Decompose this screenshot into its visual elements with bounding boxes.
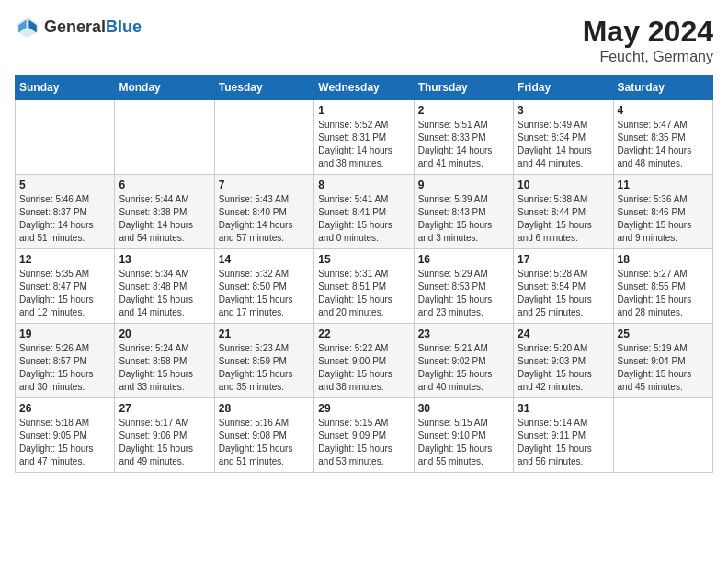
calendar-cell: 20Sunrise: 5:24 AM Sunset: 8:58 PM Dayli… — [115, 324, 214, 398]
weekday-header-wednesday: Wednesday — [314, 75, 414, 100]
calendar-week-4: 19Sunrise: 5:26 AM Sunset: 8:57 PM Dayli… — [16, 324, 713, 398]
day-info: Sunrise: 5:52 AM Sunset: 8:31 PM Dayligh… — [318, 119, 409, 170]
calendar-cell: 23Sunrise: 5:21 AM Sunset: 9:02 PM Dayli… — [414, 324, 513, 398]
day-number: 20 — [119, 327, 210, 340]
day-info: Sunrise: 5:24 AM Sunset: 8:58 PM Dayligh… — [119, 342, 210, 394]
calendar-cell — [214, 100, 313, 175]
calendar-cell: 27Sunrise: 5:17 AM Sunset: 9:06 PM Dayli… — [115, 398, 214, 473]
day-info: Sunrise: 5:22 AM Sunset: 9:00 PM Dayligh… — [318, 342, 409, 394]
logo: GeneralBlue — [15, 15, 142, 40]
day-info: Sunrise: 5:36 AM Sunset: 8:46 PM Dayligh… — [618, 193, 709, 245]
calendar-location: Feucht, Germany — [583, 49, 713, 65]
calendar-cell: 31Sunrise: 5:14 AM Sunset: 9:11 PM Dayli… — [514, 398, 613, 473]
calendar-cell: 22Sunrise: 5:22 AM Sunset: 9:00 PM Dayli… — [314, 324, 414, 398]
day-info: Sunrise: 5:20 AM Sunset: 9:03 PM Dayligh… — [518, 342, 609, 394]
day-number: 1 — [318, 104, 409, 117]
day-number: 7 — [219, 178, 310, 191]
calendar-cell: 28Sunrise: 5:16 AM Sunset: 9:08 PM Dayli… — [214, 398, 313, 473]
day-number: 13 — [119, 253, 210, 266]
day-info: Sunrise: 5:41 AM Sunset: 8:41 PM Dayligh… — [318, 193, 409, 245]
day-number: 5 — [19, 178, 110, 191]
calendar-cell: 13Sunrise: 5:34 AM Sunset: 8:48 PM Dayli… — [115, 249, 214, 324]
day-number: 14 — [219, 253, 310, 266]
day-info: Sunrise: 5:28 AM Sunset: 8:54 PM Dayligh… — [518, 268, 609, 319]
day-number: 16 — [418, 253, 509, 266]
day-number: 30 — [418, 402, 509, 415]
day-number: 19 — [19, 327, 110, 340]
day-number: 8 — [318, 178, 409, 191]
calendar-cell: 12Sunrise: 5:35 AM Sunset: 8:47 PM Dayli… — [16, 249, 115, 324]
day-info: Sunrise: 5:17 AM Sunset: 9:06 PM Dayligh… — [119, 417, 210, 468]
weekday-header-row: SundayMondayTuesdayWednesdayThursdayFrid… — [16, 75, 713, 100]
day-info: Sunrise: 5:21 AM Sunset: 9:02 PM Dayligh… — [418, 342, 509, 394]
day-info: Sunrise: 5:51 AM Sunset: 8:33 PM Dayligh… — [418, 119, 509, 170]
calendar-cell: 4Sunrise: 5:47 AM Sunset: 8:35 PM Daylig… — [613, 100, 712, 175]
calendar-week-3: 12Sunrise: 5:35 AM Sunset: 8:47 PM Dayli… — [16, 249, 713, 324]
day-number: 18 — [618, 253, 709, 266]
calendar-week-1: 1Sunrise: 5:52 AM Sunset: 8:31 PM Daylig… — [16, 100, 713, 175]
day-number: 29 — [318, 402, 409, 415]
day-info: Sunrise: 5:14 AM Sunset: 9:11 PM Dayligh… — [518, 417, 609, 468]
day-info: Sunrise: 5:47 AM Sunset: 8:35 PM Dayligh… — [618, 119, 709, 170]
calendar-cell: 10Sunrise: 5:38 AM Sunset: 8:44 PM Dayli… — [514, 175, 613, 249]
weekday-header-saturday: Saturday — [613, 75, 712, 100]
calendar-table: SundayMondayTuesdayWednesdayThursdayFrid… — [15, 75, 713, 473]
calendar-cell: 2Sunrise: 5:51 AM Sunset: 8:33 PM Daylig… — [414, 100, 513, 175]
day-number: 17 — [518, 253, 609, 266]
calendar-cell — [115, 100, 214, 175]
page-header: GeneralBlue May 2024 Feucht, Germany — [15, 15, 713, 65]
calendar-cell: 11Sunrise: 5:36 AM Sunset: 8:46 PM Dayli… — [613, 175, 712, 249]
calendar-cell: 17Sunrise: 5:28 AM Sunset: 8:54 PM Dayli… — [514, 249, 613, 324]
day-info: Sunrise: 5:39 AM Sunset: 8:43 PM Dayligh… — [418, 193, 509, 245]
day-info: Sunrise: 5:15 AM Sunset: 9:09 PM Dayligh… — [318, 417, 409, 468]
calendar-cell: 18Sunrise: 5:27 AM Sunset: 8:55 PM Dayli… — [613, 249, 712, 324]
day-info: Sunrise: 5:44 AM Sunset: 8:38 PM Dayligh… — [119, 193, 210, 245]
calendar-cell: 9Sunrise: 5:39 AM Sunset: 8:43 PM Daylig… — [414, 175, 513, 249]
day-number: 10 — [518, 178, 609, 191]
weekday-header-tuesday: Tuesday — [214, 75, 313, 100]
day-number: 15 — [318, 253, 409, 266]
day-number: 6 — [119, 178, 210, 191]
day-info: Sunrise: 5:31 AM Sunset: 8:51 PM Dayligh… — [318, 268, 409, 319]
calendar-body: 1Sunrise: 5:52 AM Sunset: 8:31 PM Daylig… — [16, 100, 713, 473]
day-info: Sunrise: 5:49 AM Sunset: 8:34 PM Dayligh… — [518, 119, 609, 170]
day-number: 4 — [618, 104, 709, 117]
day-number: 28 — [219, 402, 310, 415]
day-info: Sunrise: 5:26 AM Sunset: 8:57 PM Dayligh… — [19, 342, 110, 394]
calendar-cell — [613, 398, 712, 473]
day-number: 3 — [518, 104, 609, 117]
calendar-cell: 26Sunrise: 5:18 AM Sunset: 9:05 PM Dayli… — [16, 398, 115, 473]
calendar-cell: 29Sunrise: 5:15 AM Sunset: 9:09 PM Dayli… — [314, 398, 414, 473]
day-info: Sunrise: 5:23 AM Sunset: 8:59 PM Dayligh… — [219, 342, 310, 394]
day-number: 24 — [518, 327, 609, 340]
day-info: Sunrise: 5:32 AM Sunset: 8:50 PM Dayligh… — [219, 268, 310, 319]
day-number: 26 — [19, 402, 110, 415]
calendar-cell: 16Sunrise: 5:29 AM Sunset: 8:53 PM Dayli… — [414, 249, 513, 324]
weekday-header-friday: Friday — [514, 75, 613, 100]
day-info: Sunrise: 5:18 AM Sunset: 9:05 PM Dayligh… — [19, 417, 110, 468]
day-info: Sunrise: 5:46 AM Sunset: 8:37 PM Dayligh… — [19, 193, 110, 245]
calendar-cell: 15Sunrise: 5:31 AM Sunset: 8:51 PM Dayli… — [314, 249, 414, 324]
day-info: Sunrise: 5:29 AM Sunset: 8:53 PM Dayligh… — [418, 268, 509, 319]
calendar-cell: 3Sunrise: 5:49 AM Sunset: 8:34 PM Daylig… — [514, 100, 613, 175]
calendar-cell: 24Sunrise: 5:20 AM Sunset: 9:03 PM Dayli… — [514, 324, 613, 398]
day-number: 2 — [418, 104, 509, 117]
calendar-cell: 1Sunrise: 5:52 AM Sunset: 8:31 PM Daylig… — [314, 100, 414, 175]
title-block: May 2024 Feucht, Germany — [583, 15, 713, 65]
logo-icon — [15, 15, 40, 40]
calendar-cell: 7Sunrise: 5:43 AM Sunset: 8:40 PM Daylig… — [214, 175, 313, 249]
calendar-cell: 14Sunrise: 5:32 AM Sunset: 8:50 PM Dayli… — [214, 249, 313, 324]
logo-text: GeneralBlue — [44, 18, 142, 37]
weekday-header-sunday: Sunday — [16, 75, 115, 100]
calendar-week-2: 5Sunrise: 5:46 AM Sunset: 8:37 PM Daylig… — [16, 175, 713, 249]
day-info: Sunrise: 5:19 AM Sunset: 9:04 PM Dayligh… — [618, 342, 709, 394]
day-info: Sunrise: 5:16 AM Sunset: 9:08 PM Dayligh… — [219, 417, 310, 468]
day-number: 9 — [418, 178, 509, 191]
day-info: Sunrise: 5:35 AM Sunset: 8:47 PM Dayligh… — [19, 268, 110, 319]
day-number: 22 — [318, 327, 409, 340]
day-info: Sunrise: 5:38 AM Sunset: 8:44 PM Dayligh… — [518, 193, 609, 245]
calendar-cell: 25Sunrise: 5:19 AM Sunset: 9:04 PM Dayli… — [613, 324, 712, 398]
calendar-cell: 21Sunrise: 5:23 AM Sunset: 8:59 PM Dayli… — [214, 324, 313, 398]
day-info: Sunrise: 5:15 AM Sunset: 9:10 PM Dayligh… — [418, 417, 509, 468]
weekday-header-thursday: Thursday — [414, 75, 513, 100]
